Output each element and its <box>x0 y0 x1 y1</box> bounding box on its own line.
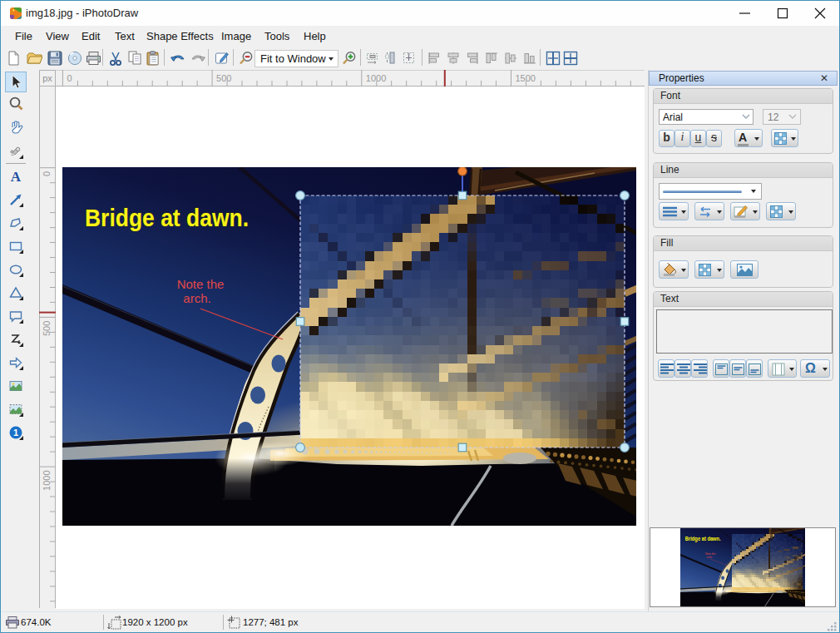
svg-text:Bridge at dawn.: Bridge at dawn. <box>85 205 249 231</box>
svg-text:arch.: arch. <box>183 291 210 305</box>
svg-text:0: 0 <box>42 171 52 176</box>
svg-text:Note the: Note the <box>177 277 225 291</box>
svg-text:1000: 1000 <box>42 470 52 490</box>
svg-text:500: 500 <box>42 321 52 336</box>
svg-text:1: 1 <box>13 428 18 438</box>
svg-text:1000: 1000 <box>366 73 386 83</box>
svg-text:1500: 1500 <box>516 73 536 83</box>
svg-text:A: A <box>11 169 22 184</box>
svg-text:0: 0 <box>67 73 72 83</box>
svg-text:500: 500 <box>216 73 231 83</box>
